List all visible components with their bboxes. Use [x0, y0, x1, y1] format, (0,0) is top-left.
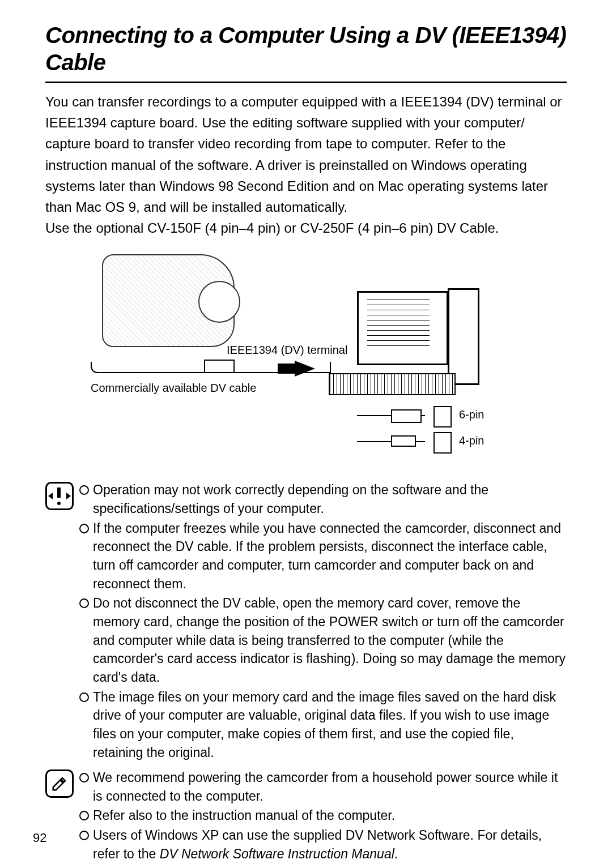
cable-connector-icon [204, 360, 235, 373]
manual-page: Connecting to a Computer Using a DV (IEE… [0, 0, 612, 868]
caution-item: The image files on your memory card and … [79, 688, 567, 762]
pencil-note-icon [51, 775, 68, 792]
cable-label: Commercially available DV cable [91, 382, 256, 395]
terminal-label: IEEE1394 (DV) terminal [227, 344, 347, 357]
note-icon-column [45, 768, 79, 864]
manual-reference: DV Network Software Instruction Manual [160, 846, 394, 861]
note-item-tail: . [394, 846, 398, 861]
socket-6pin-icon [434, 406, 452, 427]
intro-text: You can transfer recordings to a compute… [45, 94, 562, 215]
caution-icon [45, 482, 74, 510]
caution-item: If the computer freezes while you have c… [79, 519, 567, 593]
plug-6pin-icon [391, 409, 422, 423]
connection-diagram: IEEE1394 (DV) terminal Commercially avai… [45, 249, 567, 469]
socket-4pin-icon [434, 432, 452, 454]
caution-icon-column [45, 481, 79, 763]
monitor-icon [357, 291, 448, 365]
note-item: We recommend powering the camcorder from… [79, 768, 567, 805]
note-section: We recommend powering the camcorder from… [45, 768, 567, 864]
computer-tower-icon [448, 288, 479, 385]
note-item: Users of Windows XP can use the supplied… [79, 826, 567, 863]
pin4-label: 4-pin [459, 434, 484, 447]
caution-item: Operation may not work correctly dependi… [79, 481, 567, 518]
plug-4pin-icon [391, 435, 416, 447]
pin6-label: 6-pin [459, 408, 484, 421]
intro-paragraph: You can transfer recordings to a compute… [45, 91, 567, 238]
note-item: Refer also to the instruction manual of … [79, 806, 567, 825]
title-divider [45, 82, 567, 83]
keyboard-icon [329, 373, 456, 395]
diagram-box: IEEE1394 (DV) terminal Commercially avai… [45, 249, 538, 469]
caution-item: Do not disconnect the DV cable, open the… [79, 594, 567, 686]
caution-list: Operation may not work correctly dependi… [79, 481, 567, 763]
page-title: Connecting to a Computer Using a DV (IEE… [45, 22, 567, 76]
note-icon [45, 769, 74, 798]
intro-cable-text: Use the optional CV-150F (4 pin–4 pin) o… [45, 220, 499, 236]
arrow-icon [295, 361, 315, 377]
page-number: 92 [33, 831, 46, 845]
caution-section: Operation may not work correctly dependi… [45, 481, 567, 763]
note-list: We recommend powering the camcorder from… [79, 768, 567, 864]
camcorder-icon [102, 254, 235, 347]
